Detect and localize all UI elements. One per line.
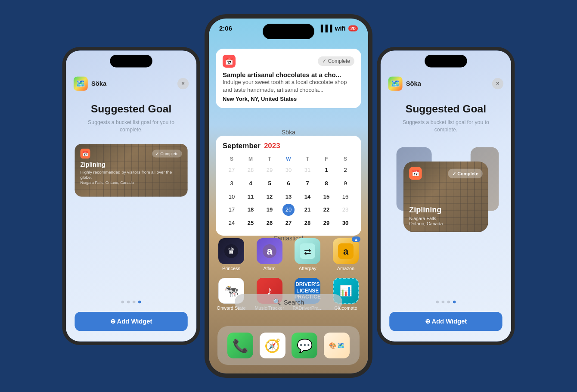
left-widget-panel: 🗺️ Söka × Suggested Goal Suggests a buck…: [66, 50, 196, 342]
cal-header-t1: T: [261, 155, 279, 163]
right-app-identity: 🗺️ Söka: [388, 77, 421, 91]
dock-messages[interactable]: 💬: [292, 333, 317, 358]
cal-day-15: 15: [317, 191, 335, 203]
center-time: 2:06: [219, 25, 232, 32]
cal-year: 2023: [264, 142, 280, 150]
cal-day-21: 21: [298, 204, 316, 216]
right-dot-3: [447, 301, 450, 304]
app-princess[interactable]: ♛ Princess: [216, 238, 247, 271]
cal-day-1: 1: [317, 164, 335, 177]
cal-day-16: 16: [336, 191, 354, 203]
center-search-bar[interactable]: 🔍 Search: [235, 294, 342, 310]
left-suggested-goal-subtitle: Suggests a bucket list goal for you to c…: [66, 118, 196, 133]
top-widget: 📅 ✓ Complete Sample artisanal chocolates…: [216, 49, 361, 108]
cal-day-27a: 27: [223, 164, 241, 177]
princess-icon: ♛: [218, 238, 244, 264]
cal-header-t2: T: [298, 155, 316, 163]
left-app-identity: 🗺️ Söka: [74, 77, 106, 91]
afterpay-label: Afterpay: [299, 266, 316, 271]
left-dots-row: [121, 301, 141, 304]
cal-day-29a: 29: [261, 164, 279, 177]
cal-day-8: 8: [317, 177, 335, 190]
dock-apps[interactable]: 🎨🗺️: [324, 333, 350, 358]
cal-month-row: September 2023: [223, 142, 354, 150]
cal-day-28a: 28: [242, 164, 260, 177]
calendar-widget: September 2023 S M T W T F S 27 28 29 30…: [216, 136, 361, 236]
center-phone: 2:06 ▐▐▐ wifi 20 📅 ✓ Complete Sample art…: [205, 14, 372, 378]
widget-title: Sample artisanal chocolates at a cho...: [223, 71, 354, 78]
widget-check: ✓: [322, 58, 326, 64]
right-complete-label: Complete: [457, 171, 478, 176]
cal-day-30b: 30: [336, 217, 354, 230]
app-affirm[interactable]: a Affirm: [254, 238, 285, 271]
search-icon: 🔍: [273, 298, 281, 306]
right-complete-check: ✓: [452, 171, 456, 176]
app-afterpay[interactable]: ⇄ Afterpay: [292, 238, 323, 271]
left-goal-desc: Highly recommended by visitors from all …: [81, 170, 182, 180]
right-big-card-content: 📅 ✓ Complete Ziplining Niagara Falls, On…: [403, 162, 488, 232]
cal-day-26: 26: [261, 217, 279, 230]
left-dot-4: [138, 301, 141, 304]
svg-text:a: a: [267, 245, 273, 257]
cal-header-f: F: [317, 155, 335, 163]
wifi-icon: wifi: [335, 25, 346, 32]
cal-day-7: 7: [298, 177, 316, 190]
dock-phone[interactable]: 📞: [227, 333, 253, 358]
amazon-badge: ▲: [352, 236, 360, 242]
cal-header-s1: S: [223, 155, 241, 163]
cal-day-31a: 31: [298, 164, 316, 177]
right-suggested-goal-subtitle: Suggests a bucket list goal for you to c…: [381, 118, 511, 133]
right-cards-area: 📅 ✓ Complete Ziplining Niagara Falls, On…: [403, 144, 488, 232]
left-goal-card: 📅 ✓ Complete Ziplining Highly recommende…: [74, 144, 187, 197]
svg-text:⇄: ⇄: [304, 247, 311, 256]
cal-day-13: 13: [279, 191, 298, 203]
cal-day-5: 5: [261, 177, 279, 190]
cal-day-4: 4: [242, 177, 260, 190]
svg-text:a: a: [343, 246, 349, 257]
cal-day-19: 19: [261, 204, 279, 216]
affirm-label: Affirm: [263, 266, 276, 271]
cal-day-25: 25: [242, 217, 260, 230]
cal-day-3: 3: [223, 177, 241, 190]
right-big-goal-card: 📅 ✓ Complete Ziplining Niagara Falls, On…: [403, 162, 488, 232]
right-dot-2: [442, 301, 445, 304]
top-widget-header: 📅 ✓ Complete: [223, 55, 354, 68]
cal-month: September: [223, 142, 261, 150]
right-goal-icon: 📅: [409, 167, 422, 180]
cal-day-29b: 29: [317, 217, 335, 230]
right-big-goal-location: Niagara Falls, Ontario, Canada: [409, 216, 483, 227]
cal-day-23: 23: [336, 204, 354, 216]
right-close-button[interactable]: ×: [492, 78, 503, 89]
left-add-widget-button[interactable]: ⊕ Add Widget: [74, 312, 187, 331]
left-goal-title: Ziplining: [81, 162, 182, 168]
left-complete-badge: ✓ Complete: [152, 150, 182, 158]
cal-header-w: W: [279, 155, 298, 163]
cal-day-20-today: 20: [282, 204, 295, 216]
left-phone: 🗺️ Söka × Suggested Goal Suggests a buck…: [62, 47, 200, 345]
app-row-1: ♛ Princess a Affirm ⇄ Afterpay: [216, 238, 361, 271]
dock-safari[interactable]: 🧭: [260, 333, 285, 358]
goal-icon-left: 📅: [81, 149, 90, 159]
dynamic-island-left: [110, 55, 152, 68]
signal-icon: ▐▐▐: [319, 25, 332, 32]
cal-day-9: 9: [336, 177, 354, 190]
right-app-name: Söka: [406, 80, 421, 87]
app-amazon[interactable]: a ▲ Amazon: [330, 238, 361, 271]
center-status-bar: 2:06 ▐▐▐ wifi 20: [209, 25, 368, 32]
left-panel-header: 🗺️ Söka ×: [66, 72, 196, 94]
left-close-button[interactable]: ×: [177, 78, 189, 89]
right-big-card-header: 📅 ✓ Complete: [409, 167, 483, 180]
cal-day-12: 12: [261, 191, 279, 203]
svg-text:♛: ♛: [227, 246, 235, 255]
right-add-widget-button[interactable]: ⊕ Add Widget: [389, 312, 502, 331]
notification-badge: 20: [348, 25, 358, 31]
right-panel-header: 🗺️ Söka ×: [381, 72, 511, 94]
widget-location: New York, NY, United States: [223, 96, 354, 102]
cal-day-24: 24: [223, 217, 241, 230]
cal-header-m: M: [242, 155, 260, 163]
cal-day-17: 17: [223, 204, 241, 216]
widget-app-icon: 📅: [223, 55, 236, 68]
cal-day-2: 2: [336, 164, 354, 177]
left-dot-3: [133, 301, 136, 304]
afterpay-icon: ⇄: [295, 238, 320, 264]
